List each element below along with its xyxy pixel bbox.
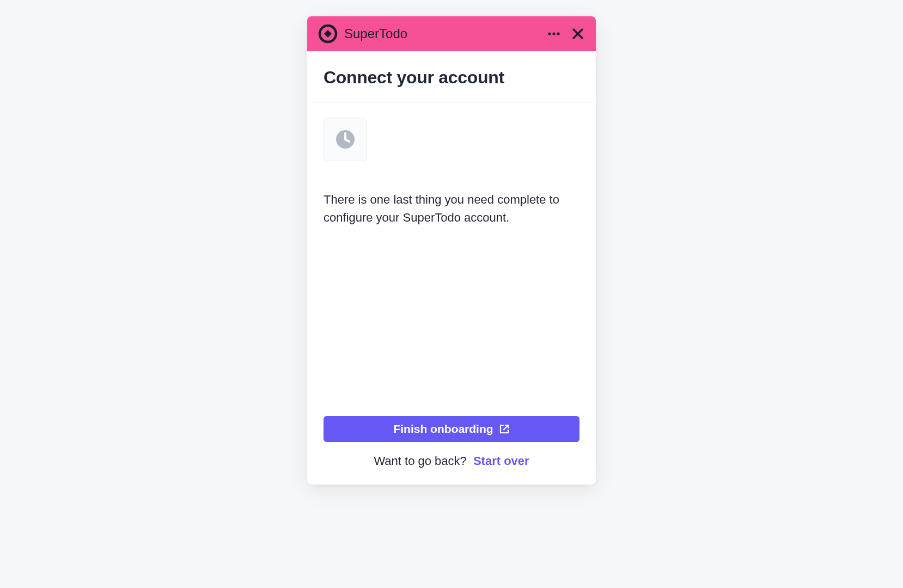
svg-rect-1 [324, 30, 332, 38]
more-button[interactable] [547, 27, 561, 41]
svg-line-8 [504, 425, 508, 430]
svg-point-3 [552, 32, 555, 35]
app-name: SuperTodo [344, 26, 540, 41]
footer-section: Finish onboarding Want to go back? Start… [307, 416, 596, 485]
back-prompt-text: Want to go back? [374, 454, 466, 468]
clock-icon [334, 128, 356, 150]
description-text: There is one last thing you need complet… [324, 191, 579, 226]
title-section: Connect your account [307, 51, 596, 102]
header-controls [547, 27, 585, 41]
close-button[interactable] [571, 27, 585, 41]
modal-header: SuperTodo [307, 16, 596, 51]
page-title: Connect your account [324, 68, 579, 88]
status-icon-card [324, 118, 367, 161]
app-logo-icon [318, 24, 338, 44]
content-section: There is one last thing you need complet… [307, 102, 596, 416]
external-link-icon [499, 424, 510, 434]
more-icon [547, 27, 561, 41]
finish-onboarding-button[interactable]: Finish onboarding [324, 416, 579, 442]
primary-button-label: Finish onboarding [393, 422, 493, 436]
footer-text: Want to go back? Start over [324, 454, 579, 468]
close-icon [571, 27, 585, 41]
svg-point-2 [548, 32, 551, 35]
svg-point-4 [557, 32, 559, 35]
start-over-link[interactable]: Start over [473, 454, 529, 468]
onboarding-modal: SuperTodo Connect your account [307, 16, 596, 485]
